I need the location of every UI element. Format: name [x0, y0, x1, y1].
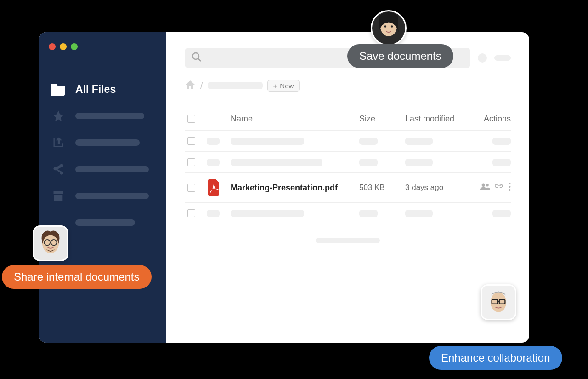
search-icon [191, 52, 202, 64]
sidebar-item-shared[interactable] [39, 156, 166, 183]
minimize-window-button[interactable] [60, 43, 67, 50]
sidebar-item-recent[interactable] [39, 129, 166, 156]
link-icon[interactable] [495, 183, 504, 193]
share-icon [51, 162, 66, 176]
column-header-actions: Actions [474, 114, 511, 124]
placeholder [405, 159, 433, 166]
window-controls [39, 41, 166, 50]
avatar-left [33, 225, 68, 261]
table-header: Name Size Last modified Actions [185, 108, 511, 131]
row-checkbox[interactable] [187, 158, 195, 166]
sidebar-placeholder [75, 219, 135, 226]
folder-icon [51, 82, 66, 96]
svg-point-6 [509, 189, 511, 191]
app-window: All Files [39, 32, 529, 343]
placeholder [359, 210, 378, 217]
sidebar-placeholder [75, 166, 149, 172]
placeholder [207, 138, 220, 145]
svg-point-9 [384, 25, 387, 28]
svg-point-4 [509, 183, 511, 184]
svg-point-3 [486, 184, 488, 186]
row-checkbox[interactable] [187, 137, 195, 145]
sidebar-item-label: All Files [75, 83, 116, 96]
sidebar-item-favorites[interactable] [39, 103, 166, 129]
svg-point-5 [509, 186, 511, 188]
pdf-icon [207, 179, 220, 196]
export-icon [51, 136, 66, 149]
placeholder [405, 210, 433, 217]
table-row[interactable] [185, 203, 511, 224]
table-row-file[interactable]: Marketing-Presentation.pdf 503 KB 3 days… [185, 173, 511, 203]
placeholder [207, 159, 220, 166]
breadcrumb: / + New [185, 79, 511, 92]
main-content: / + New Name Size Last modified Actions [166, 32, 529, 343]
placeholder [359, 138, 378, 145]
select-all-checkbox[interactable] [187, 115, 195, 123]
sidebar-placeholder [75, 193, 149, 199]
column-header-size[interactable]: Size [359, 114, 405, 124]
placeholder [405, 138, 433, 145]
svg-point-17 [491, 292, 506, 312]
table-row[interactable] [185, 152, 511, 173]
archive-icon [51, 189, 66, 203]
column-header-modified[interactable]: Last modified [405, 114, 474, 124]
breadcrumb-placeholder [208, 82, 263, 89]
sidebar-placeholder [75, 139, 140, 146]
placeholder [207, 210, 220, 217]
star-icon [51, 109, 66, 123]
placeholder [231, 138, 304, 145]
footer-placeholder [316, 238, 380, 243]
column-header-name[interactable]: Name [231, 114, 359, 124]
avatar-top [371, 10, 407, 46]
new-button[interactable]: + New [267, 80, 300, 92]
svg-point-2 [482, 184, 485, 187]
sidebar: All Files [39, 32, 166, 343]
maximize-window-button[interactable] [71, 43, 78, 50]
home-icon[interactable] [185, 79, 196, 92]
svg-point-10 [391, 25, 393, 28]
placeholder [492, 138, 511, 145]
breadcrumb-separator: / [200, 80, 203, 91]
sidebar-placeholder [75, 113, 144, 119]
file-name: Marketing-Presentation.pdf [231, 183, 359, 193]
avatar-right [481, 284, 516, 320]
placeholder [231, 159, 322, 166]
table-row[interactable] [185, 131, 511, 152]
sidebar-item-all-files[interactable]: All Files [39, 76, 166, 103]
sidebar-item-archive[interactable] [39, 183, 166, 209]
new-button-label: New [280, 82, 294, 90]
file-modified: 3 days ago [405, 183, 474, 192]
placeholder [231, 210, 304, 217]
callout-enhance-collaboration: Enhance collaboration [429, 346, 562, 370]
menu-button[interactable] [494, 55, 511, 61]
more-icon[interactable] [509, 183, 511, 193]
placeholder [492, 210, 511, 217]
share-users-icon[interactable] [480, 183, 490, 193]
close-window-button[interactable] [49, 43, 56, 50]
row-actions [474, 183, 511, 193]
file-table: Name Size Last modified Actions [185, 108, 511, 224]
row-checkbox[interactable] [187, 184, 195, 192]
callout-share-documents: Share internal documents [2, 265, 152, 289]
plus-icon: + [273, 82, 277, 90]
svg-line-1 [198, 58, 201, 61]
svg-point-0 [192, 53, 199, 59]
placeholder [359, 159, 378, 166]
callout-save-documents: Save documents [347, 44, 453, 68]
row-checkbox[interactable] [187, 209, 195, 217]
placeholder [492, 159, 511, 166]
user-avatar[interactable] [478, 53, 487, 63]
file-size: 503 KB [359, 183, 405, 192]
